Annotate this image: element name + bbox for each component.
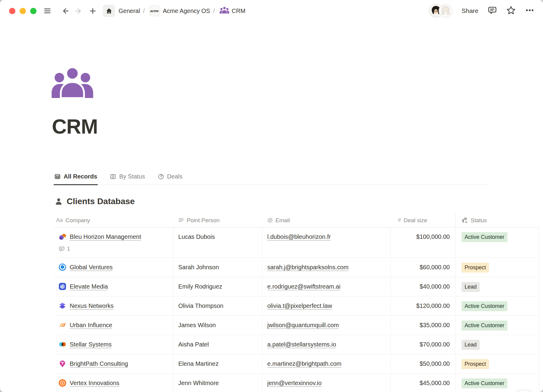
tab-by-status[interactable]: By Status <box>109 171 146 185</box>
deal-size-cell[interactable]: $35,000.00 <box>391 316 456 335</box>
email-link[interactable]: e.rodriguez@swiftstream.ai <box>267 283 341 290</box>
point-person-cell[interactable]: Elena Martinez <box>173 354 262 373</box>
deal-size-cell[interactable]: $70,000.00 <box>391 335 456 354</box>
company-link[interactable]: Bleu Horizon Management <box>70 232 141 241</box>
status-cell[interactable]: Active Customer <box>456 227 539 258</box>
collaborator-avatars[interactable] <box>429 4 453 18</box>
company-link[interactable]: Stellar Systems <box>70 340 112 349</box>
column-header-company[interactable]: Aa Company <box>54 213 173 227</box>
point-person-cell[interactable]: Sarah Johnson <box>173 258 262 277</box>
database-title[interactable]: Clients Database <box>67 197 135 206</box>
status-cell[interactable]: Prospect <box>456 354 539 373</box>
deal-size-cell[interactable]: $40,000.00 <box>391 277 456 296</box>
status-cell[interactable]: Lead <box>456 335 539 354</box>
point-person-cell[interactable]: James Wilson <box>173 316 262 335</box>
email-cell[interactable]: a.patel@stellarsystems.io <box>262 335 391 354</box>
avatar <box>439 4 453 18</box>
database-heading: Clients Database <box>55 197 135 206</box>
status-badge: Active Customer <box>462 301 507 311</box>
point-person-cell[interactable]: Lucas Dubois <box>173 227 262 258</box>
point-person-cell[interactable]: Olivia Thompson <box>173 296 262 315</box>
table-row: Bleu Horizon Management 1 Lucas Dubois l… <box>54 227 539 258</box>
breadcrumb-workspace[interactable]: Acme Agency OS <box>163 8 210 14</box>
company-link[interactable]: Urban Influence <box>70 321 112 330</box>
company-logo-icon <box>59 302 66 310</box>
close-window-button[interactable] <box>9 8 15 14</box>
company-logo-icon <box>59 360 66 368</box>
back-arrow-icon[interactable] <box>59 5 71 17</box>
company-link[interactable]: Vertex Innovations <box>70 378 119 387</box>
email-link[interactable]: l.dubois@bleuhorizon.fr <box>267 233 331 240</box>
email-cell[interactable]: e.martinez@brightpath.com <box>262 354 391 373</box>
share-button[interactable]: Share <box>462 7 478 14</box>
company-link[interactable]: Global Ventures <box>70 263 113 272</box>
company-cell[interactable]: Bleu Horizon Management 1 <box>54 227 173 258</box>
email-link[interactable]: sarah.j@brightsparksolns.com <box>267 264 348 270</box>
breadcrumb-root[interactable]: General <box>119 8 140 14</box>
comment-count[interactable]: 1 <box>59 244 170 253</box>
sidebar-menu-icon[interactable] <box>41 5 53 17</box>
tab-all-records[interactable]: All Records <box>54 171 98 185</box>
company-cell[interactable]: Global Ventures <box>54 258 173 277</box>
column-header-email[interactable]: @ Email <box>262 213 391 227</box>
company-cell[interactable]: Elevate Media <box>54 277 173 296</box>
more-options-icon[interactable] <box>525 5 535 16</box>
comments-icon[interactable] <box>487 5 497 16</box>
table-icon <box>54 173 61 180</box>
point-person-cell[interactable]: Emily Rodriguez <box>173 277 262 296</box>
deal-size-cell[interactable]: $120,000.00 <box>391 296 456 315</box>
email-link[interactable]: a.patel@stellarsystems.io <box>267 341 336 348</box>
company-logo-icon <box>59 321 66 329</box>
crm-page-icon-small <box>220 6 229 15</box>
company-cell[interactable]: Stellar Systems <box>54 335 173 354</box>
email-cell[interactable]: e.rodriguez@swiftstream.ai <box>262 277 391 296</box>
company-cell[interactable]: Nexus Networks <box>54 296 173 315</box>
company-link[interactable]: Nexus Networks <box>70 301 114 310</box>
column-header-status[interactable]: Status <box>456 213 539 227</box>
company-link[interactable]: BrightPath Consulting <box>70 359 128 368</box>
window-topbar: General / acme Acme Agency OS / CRM <box>0 0 543 22</box>
forward-arrow-icon[interactable] <box>73 5 85 17</box>
email-link[interactable]: olivia.t@pixelperfect.law <box>267 302 332 309</box>
home-icon[interactable] <box>103 5 115 17</box>
company-cell[interactable]: Vertex Innovations <box>54 374 173 392</box>
pie-chart-icon <box>158 173 164 180</box>
email-link[interactable]: e.martinez@brightpath.com <box>267 360 341 367</box>
workspace-logo-icon[interactable]: acme <box>149 5 160 16</box>
status-cell[interactable]: Lead <box>456 277 539 296</box>
status-cell[interactable]: Prospect <box>456 258 539 277</box>
company-cell[interactable]: Urban Influence <box>54 316 173 335</box>
status-cell[interactable]: Active Customer <box>456 374 539 392</box>
deal-size-cell[interactable]: $50,000.00 <box>391 354 456 373</box>
view-tabs: All Records By Status Deals <box>54 171 489 185</box>
deal-size-cell[interactable]: $60,000.00 <box>391 258 456 277</box>
company-cell[interactable]: BrightPath Consulting <box>54 354 173 373</box>
email-cell[interactable]: jenn@vertexinnov.io <box>262 374 391 392</box>
tab-deals[interactable]: Deals <box>157 171 183 185</box>
favorite-star-icon[interactable] <box>506 5 516 16</box>
company-link[interactable]: Elevate Media <box>70 282 108 291</box>
crm-page-icon[interactable] <box>51 66 94 101</box>
column-header-deal-size[interactable]: # Deal size <box>391 213 456 227</box>
email-cell[interactable]: jwilson@quantumquill.com <box>262 316 391 335</box>
zoom-window-button[interactable] <box>30 8 37 14</box>
email-link[interactable]: jwilson@quantumquill.com <box>267 322 339 328</box>
point-person-cell[interactable]: Aisha Patel <box>173 335 262 354</box>
minimize-window-button[interactable] <box>20 8 26 14</box>
new-tab-plus-icon[interactable] <box>87 5 99 17</box>
breadcrumb-separator: / <box>140 8 148 14</box>
point-person-cell[interactable]: Jenn Whitmore <box>173 374 262 392</box>
column-header-point-person[interactable]: Point Person <box>173 213 262 227</box>
breadcrumb-page[interactable]: CRM <box>232 8 246 14</box>
page-title[interactable]: CRM <box>52 115 98 138</box>
email-cell[interactable]: olivia.t@pixelperfect.law <box>262 296 391 315</box>
status-cell[interactable]: Active Customer <box>456 316 539 335</box>
email-cell[interactable]: l.dubois@bleuhorizon.fr <box>262 227 391 258</box>
email-link[interactable]: jenn@vertexinnov.io <box>267 380 322 386</box>
text-lines-icon <box>178 217 184 223</box>
deal-size-cell[interactable]: $100,000.00 <box>391 227 456 258</box>
deal-size-cell[interactable]: $45,000.00 <box>391 374 456 392</box>
status-cell[interactable]: Active Customer <box>456 296 539 315</box>
traffic-lights <box>9 8 37 14</box>
email-cell[interactable]: sarah.j@brightsparksolns.com <box>262 258 391 277</box>
